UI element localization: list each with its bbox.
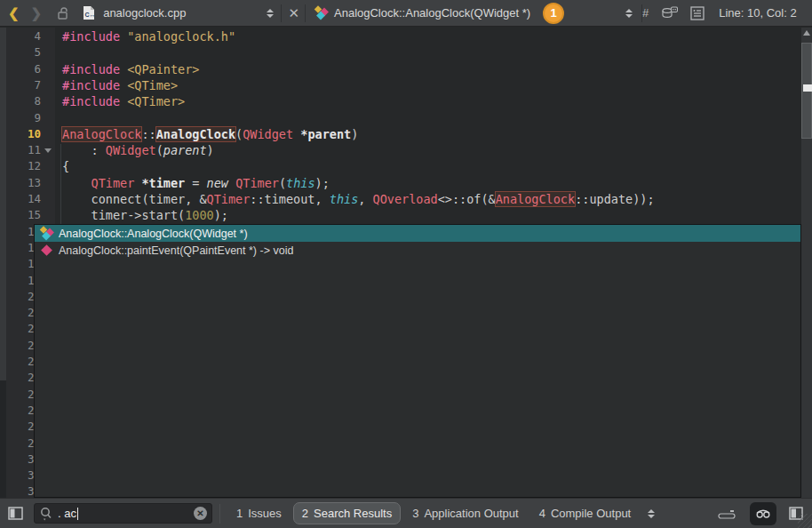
code-token: QTimer [92, 176, 135, 190]
locator-result-item[interactable]: AnalogClock::AnalogClock(QWidget *) [35, 225, 800, 242]
scrollbar-thumb[interactable] [801, 43, 812, 139]
qt-creator-window: ❮ ❯ C↔ analogclock.cpp ✕ AnalogClock: [0, 0, 812, 528]
line-number[interactable]: 10 [0, 126, 41, 142]
line-number[interactable]: 14 [0, 191, 41, 207]
locator-result-label: AnalogClock::AnalogClock(QWidget *) [59, 228, 248, 240]
output-pane-search-results[interactable]: 2Search Results [293, 502, 401, 524]
clear-icon[interactable]: ✕ [194, 507, 207, 520]
resize-grip[interactable] [798, 514, 812, 528]
close-document-icon[interactable]: ✕ [288, 5, 299, 21]
open-document-name[interactable]: analogclock.cpp [103, 6, 186, 20]
code-token: AnalogClock [156, 127, 235, 141]
line-number[interactable]: 15 [0, 207, 41, 223]
code-line[interactable]: AnalogClock::AnalogClock(QWidget *parent… [62, 126, 358, 142]
code-token [120, 62, 127, 76]
code-line[interactable]: #include <QPainter> [62, 61, 199, 77]
code-token: ); [315, 176, 330, 190]
line-number[interactable]: 9 [0, 110, 41, 126]
code-token: #include [62, 94, 120, 108]
code-token: *timer [141, 176, 185, 190]
output-pane-buttons: 1Issues2Search Results3Application Outpu… [227, 502, 642, 524]
scrollbar-current-line-marker [803, 84, 812, 92]
code-token: ) [351, 127, 358, 141]
constructor-icon [39, 226, 54, 241]
symbol-selector-value: AnalogClock::AnalogClock(QWidget *) [334, 6, 530, 20]
progress-bar-icon[interactable] [718, 508, 737, 520]
pane-selector-arrows[interactable] [648, 509, 655, 518]
line-number[interactable]: 7 [0, 77, 41, 93]
code-line[interactable]: QTimer *timer = new QTimer(this); [62, 175, 330, 191]
line-number[interactable]: 6 [0, 61, 41, 77]
line-number[interactable]: 11 [0, 142, 41, 158]
code-token: #include [62, 29, 120, 44]
code-token: ::timeout, [250, 192, 329, 206]
code-token: ); [214, 208, 228, 222]
code-line[interactable]: connect(timer, &QTimer::timeout, this, Q… [62, 191, 655, 207]
code-token: <QPainter> [127, 62, 199, 76]
hash-toggle-icon[interactable]: # [642, 6, 649, 20]
code-token: connect(timer, & [62, 192, 207, 206]
pane-label: Compile Output [551, 507, 631, 520]
code-token: <QTimer> [127, 94, 185, 108]
line-number[interactable]: 4 [0, 28, 41, 44]
output-pane-compile-output[interactable]: 4Compile Output [530, 502, 641, 524]
editor-toolbar: ❮ ❯ C↔ analogclock.cpp ✕ AnalogClock: [0, 0, 812, 27]
code-token: = [185, 176, 206, 190]
code-token [228, 176, 235, 190]
code-token [120, 29, 127, 44]
forward-button[interactable]: ❯ [31, 5, 43, 21]
output-pane-application-output[interactable]: 3Application Output [403, 502, 527, 524]
line-number[interactable]: 8 [0, 93, 41, 109]
cursor-position: Line: 10, Col: 2 [719, 6, 796, 20]
output-pane-issues[interactable]: 1Issues [227, 502, 291, 524]
line-number[interactable]: 5 [0, 44, 41, 60]
code-token: this [330, 192, 359, 206]
code-token: ( [279, 176, 286, 190]
code-token: #include [62, 62, 120, 76]
code-token: <QTime> [127, 78, 178, 92]
code-line[interactable]: #include "analogclock.h" [62, 28, 235, 44]
search-icon [39, 507, 52, 521]
code-token: QTimer [207, 192, 251, 206]
pane-index: 2 [302, 507, 308, 520]
code-token: QOverload [373, 192, 438, 206]
toolbar-right-group: # Line: 10, Col: 2 [642, 6, 812, 20]
code-token: new [207, 176, 228, 190]
outline-icon[interactable] [690, 6, 705, 20]
code-token: ( [235, 127, 243, 141]
annotate-icon[interactable] [661, 6, 678, 20]
back-button[interactable]: ❮ [8, 5, 20, 21]
code-token: :: [141, 127, 155, 141]
code-token: parent [163, 143, 207, 157]
locator-input[interactable]: . ac ✕ [34, 503, 212, 524]
symbol-dropdown-arrows[interactable] [625, 9, 633, 18]
code-line[interactable]: #include <QTime> [62, 77, 178, 93]
symbol-selector[interactable]: AnalogClock::AnalogClock(QWidget *) 1 [306, 3, 625, 24]
code-token [62, 176, 92, 190]
code-line[interactable]: { [62, 158, 69, 174]
line-number[interactable]: 13 [0, 175, 41, 191]
document-dropdown-arrows[interactable] [267, 9, 274, 18]
left-sidebar-toggle-icon[interactable] [8, 507, 23, 520]
code-token: AnalogClock [62, 127, 141, 141]
fold-marker-icon[interactable] [44, 148, 52, 153]
statusbar-right-icons [718, 502, 803, 525]
locator-result-item[interactable]: AnalogClock::paintEvent(QPaintEvent *) -… [35, 242, 800, 259]
line-number[interactable]: 12 [0, 158, 41, 174]
code-line[interactable]: #include <QTimer> [62, 93, 185, 109]
scrollbar-up-icon[interactable] [803, 30, 810, 36]
editor-scrollbar[interactable] [801, 28, 812, 498]
code-token: this [286, 176, 315, 190]
pane-label: Application Output [424, 507, 518, 520]
code-token: ::update)); [575, 192, 654, 206]
code-line[interactable]: : QWidget(parent) [62, 142, 214, 158]
pane-index: 1 [236, 507, 243, 520]
code-line[interactable]: timer->start(1000); [62, 207, 228, 223]
code-token [120, 78, 127, 92]
code-token: { [62, 159, 69, 173]
code-token: , [358, 192, 372, 206]
code-token: ( [156, 143, 163, 157]
code-token: QWidget [106, 143, 156, 157]
build-progress-button[interactable] [750, 502, 776, 525]
cpp-file-icon: C↔ [83, 5, 95, 20]
